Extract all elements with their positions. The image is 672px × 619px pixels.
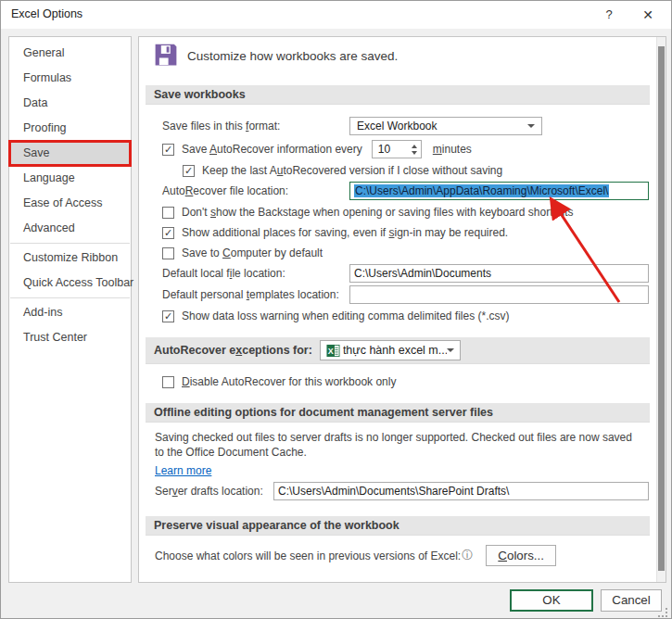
sidebar-item-trust-center[interactable]: Trust Center [9,325,131,350]
autorecover-location-field[interactable]: C:\Users\Admin\AppData\Roaming\Microsoft… [349,182,649,200]
csv-warning-checkbox[interactable]: ✓ [162,310,174,322]
save-to-computer-checkbox[interactable] [162,247,174,259]
disable-autorecover-label: Disable AutoRecover for this workbook on… [182,375,396,388]
sidebar-item-add-ins[interactable]: Add-ins [9,300,131,325]
sidebar-item-ease-of-access[interactable]: Ease of Access [9,191,131,216]
offline-description: Saving checked out files to server draft… [155,430,643,460]
default-local-row: Default local file location: C:\Users\Ad… [162,264,649,283]
info-icon: ⓘ [462,548,473,563]
cancel-button[interactable]: Cancel [601,589,662,612]
save-to-computer-label: Save to Computer by default [182,246,323,259]
additional-places-row: ✓ Show additional places for saving, eve… [162,226,649,239]
save-format-label: Save files in this format: [162,120,349,133]
page-header: Customize how workbooks are saved. [154,44,649,69]
save-format-row: Save files in this format: Excel Workboo… [162,117,649,135]
autorecover-label: Save AutoRecover information every [182,143,362,156]
keep-last-checkbox[interactable]: ✓ [183,165,195,177]
default-local-field[interactable]: C:\Users\Admin\Documents [349,264,649,283]
sidebar-item-general[interactable]: General [9,41,131,66]
learn-more-link[interactable]: Learn more [155,464,211,477]
dialog-title: Excel Options [11,7,82,20]
autorecover-location-value: C:\Users\Admin\AppData\Roaming\Microsoft… [354,184,609,197]
sidebar-divider [10,243,130,244]
default-local-value: C:\Users\Admin\Documents [354,267,491,280]
additional-places-label: Show additional places for saving, even … [182,226,508,239]
backstage-label: Don't show the Backstage when opening or… [182,206,574,219]
exceptions-workbook-value: thực hành excel m... [343,344,447,357]
section-save-workbooks: Save workbooks [146,85,650,105]
excel-file-icon: X [326,344,340,358]
chevron-down-icon [447,348,454,352]
dialog-footer: OK Cancel [1,583,671,618]
sidebar-divider [10,297,130,298]
keep-last-row: ✓ Keep the last AutoRecovered version if… [183,164,649,177]
interval-value: 10 [378,143,390,156]
exceptions-title: AutoRecover exceptions for: [154,344,312,357]
additional-places-checkbox[interactable]: ✓ [162,227,174,239]
save-format-dropdown[interactable]: Excel Workbook [349,117,542,135]
disable-autorecover-row: Disable AutoRecover for this workbook on… [162,375,649,388]
excel-options-dialog: Excel Options ? ✕ GeneralFormulasDataPro… [0,0,672,619]
sidebar-item-language[interactable]: Language [9,166,131,191]
page-title: Customize how workbooks are saved. [187,49,398,63]
autorecover-row: ✓ Save AutoRecover information every 10 … [162,140,649,158]
save-to-computer-row: Save to Computer by default [162,246,649,259]
save-floppy-icon [154,43,178,69]
autorecover-checkbox[interactable]: ✓ [162,144,174,156]
sidebar-item-save[interactable]: Save [9,141,131,166]
category-sidebar: GeneralFormulasDataProofingSaveLanguageE… [8,36,132,583]
sidebar-item-advanced[interactable]: Advanced [9,216,131,241]
close-icon[interactable]: ✕ [630,1,666,29]
sidebar-item-quick-access-toolbar[interactable]: Quick Access Toolbar [9,271,131,296]
sidebar-item-proofing[interactable]: Proofing [9,116,131,141]
sidebar-item-customize-ribbon[interactable]: Customize Ribbon [9,246,131,271]
section-offline-editing: Offline editing options for document man… [146,403,650,423]
sidebar-item-data[interactable]: Data [9,91,131,116]
personal-templates-row: Default personal templates location: [162,285,649,304]
disable-autorecover-checkbox[interactable] [162,376,174,388]
choose-colors-label: Choose what colors will be seen in previ… [155,550,461,562]
server-drafts-value: C:\Users\Admin\Documents\SharePoint Draf… [278,485,509,498]
save-format-value: Excel Workbook [357,120,437,133]
autorecover-location-label: AutoRecover file location: [162,184,349,197]
svg-text:X: X [328,346,334,355]
backstage-checkbox[interactable] [162,207,174,219]
personal-templates-label: Default personal templates location: [162,288,349,301]
spinner-arrows-icon[interactable] [412,145,417,155]
server-drafts-row: Server drafts location: C:\Users\Admin\D… [155,482,649,500]
section-preserve-appearance: Preserve visual appearance of the workbo… [146,516,650,536]
default-local-label: Default local file location: [162,267,349,280]
server-drafts-label: Server drafts location: [155,485,273,498]
scrollbar-thumb[interactable] [658,46,665,571]
autorecover-location-row: AutoRecover file location: C:\Users\Admi… [162,182,649,200]
personal-templates-field[interactable] [349,285,649,304]
autorecover-interval-spinner[interactable]: 10 [372,140,422,158]
minutes-label: minutes [433,143,472,156]
backstage-row: Don't show the Backstage when opening or… [162,206,649,219]
ok-button[interactable]: OK [510,589,593,612]
exceptions-workbook-dropdown[interactable]: X thực hành excel m... [320,340,461,360]
help-icon[interactable]: ? [591,1,627,29]
sidebar-item-formulas[interactable]: Formulas [9,66,131,91]
choose-colors-row: Choose what colors will be seen in previ… [155,545,649,566]
csv-warning-row: ✓ Show data loss warning when editing co… [162,310,649,322]
content-panel: Customize how workbooks are saved. Save … [138,36,666,583]
section-autorecover-exceptions: AutoRecover exceptions for: X [146,337,650,364]
content-scrollbar[interactable] [656,37,666,582]
colors-button[interactable]: Colors... [486,545,556,566]
keep-last-label: Keep the last AutoRecovered version if I… [202,164,502,177]
csv-warning-label: Show data loss warning when editing comm… [182,310,510,322]
title-bar: Excel Options ? ✕ [1,1,671,29]
server-drafts-field[interactable]: C:\Users\Admin\Documents\SharePoint Draf… [273,482,649,500]
chevron-down-icon [527,124,535,128]
